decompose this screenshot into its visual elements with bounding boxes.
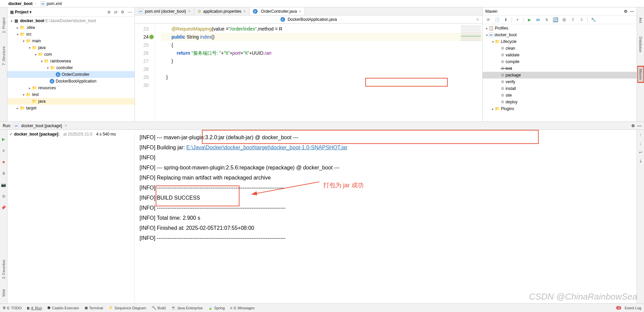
- run-icon[interactable]: ▶: [526, 17, 532, 23]
- status-run[interactable]: ▶ 4: Run: [27, 306, 42, 310]
- maven-toolbar: ⟳ 📄 ⬇ + ▶ m ↯ 🔄 ⊞ ⇧ ⇩ 🔧: [483, 15, 637, 24]
- subtab-dockerbootapp[interactable]: cDockerBootApplication.java: [276, 17, 341, 22]
- run-console[interactable]: [INFO] --- maven-jar-plugin:3.2.0:jar (d…: [135, 130, 637, 303]
- maven-verify[interactable]: ⚙ verify: [483, 79, 637, 85]
- expand-icon[interactable]: ⇄: [114, 10, 117, 14]
- graph-icon[interactable]: ⊞: [561, 17, 567, 23]
- tree-target[interactable]: ▸📁target: [7, 105, 135, 111]
- status-sequence[interactable]: ⚡ Sequence Diagram: [108, 306, 146, 310]
- hide-icon[interactable]: —: [637, 123, 641, 128]
- gear-icon[interactable]: ⚙: [631, 123, 635, 128]
- database-tool-button[interactable]: Database: [639, 37, 643, 52]
- status-todo[interactable]: ≣ 6: TODO: [3, 306, 22, 310]
- status-casbin[interactable]: ⬢ Casbin Executor: [47, 306, 79, 310]
- status-terminal[interactable]: ▣ Terminal: [85, 306, 103, 310]
- locate-icon[interactable]: ⊕: [107, 10, 111, 14]
- maven-clean[interactable]: ⚙ clean: [483, 45, 637, 52]
- web-tool-button[interactable]: Web: [2, 289, 6, 297]
- code-area[interactable]: 23 24🟢 25 26 27 28 29 30 @RequestMapping…: [135, 23, 482, 121]
- maven-lifecycle[interactable]: ▾📁 Lifecycle: [483, 38, 637, 45]
- pause-icon[interactable]: ⏸: [1, 171, 6, 176]
- pin-icon[interactable]: 📌: [1, 205, 6, 210]
- error-badge[interactable]: 3: [616, 306, 622, 310]
- status-messages[interactable]: ≡ 0: Messages: [230, 306, 255, 310]
- run-panel: Run: m docker_boot [package] × ⚙ — ▶ ≡ ■…: [0, 121, 644, 303]
- gear-icon[interactable]: ⚙: [121, 10, 124, 14]
- tab-appprops[interactable]: ⚙application.properties×: [194, 7, 250, 15]
- wrap-icon[interactable]: ↩: [639, 150, 642, 155]
- minimap[interactable]: [461, 25, 481, 72]
- code-content[interactable]: @RequestMapping(value ="/order/index",me…: [155, 23, 482, 121]
- skip-tests-icon[interactable]: ↯: [544, 17, 550, 23]
- run-tree-row[interactable]: ✓ docker_boot [package]: at 2025/2/5 21:…: [9, 131, 133, 137]
- breadcrumb-project[interactable]: docker_boot: [8, 1, 33, 6]
- structure-tool-button[interactable]: 7: Structure: [2, 46, 6, 65]
- status-build[interactable]: 🔨 Build: [152, 306, 166, 310]
- tree-dockerbootapp[interactable]: cDockerBootApplication: [7, 78, 135, 85]
- offline-icon[interactable]: 🔄: [552, 17, 558, 23]
- tree-main[interactable]: ▾📁main: [7, 38, 135, 44]
- favorites-tool-button[interactable]: 2: Favorites: [2, 260, 6, 279]
- camera-icon[interactable]: 📷: [1, 182, 6, 188]
- tree-rainbowsea[interactable]: ▾📁rainbowsea: [7, 58, 135, 64]
- clear-icon[interactable]: ⊘: [1, 194, 6, 199]
- jar-path-link[interactable]: E:\Java\Docker\docker_boot\target\docker…: [186, 145, 347, 150]
- project-tool-button[interactable]: 1: Project: [2, 17, 6, 33]
- gear-icon[interactable]: ⚙: [624, 9, 628, 14]
- tree-resources[interactable]: ▸📁resources: [7, 85, 135, 91]
- maven-profiles[interactable]: ▸📋 Profiles: [483, 25, 637, 32]
- close-icon[interactable]: ×: [244, 9, 246, 14]
- maven-tree[interactable]: ▸📋 Profiles ▾m docker_boot ▾📁 Lifecycle …: [483, 24, 637, 121]
- tree-com[interactable]: ▾📁com: [7, 51, 135, 58]
- close-icon[interactable]: ×: [188, 9, 191, 14]
- maven-site[interactable]: ⚙ site: [483, 92, 637, 99]
- maven-project[interactable]: ▾m docker_boot: [483, 32, 637, 38]
- maven-deploy[interactable]: ⚙ deploy: [483, 99, 637, 105]
- scroll-icon[interactable]: ⤓: [639, 159, 642, 163]
- tree-ordercontroller[interactable]: cOrderController: [7, 71, 135, 78]
- tree-root[interactable]: ▾▦docker_boot E:\Java\Docker\docker_boot: [7, 17, 135, 24]
- tree-test[interactable]: ▾📁test: [7, 91, 135, 98]
- tree-src[interactable]: ▾📁src: [7, 31, 135, 38]
- wrench-icon[interactable]: 🔧: [590, 17, 596, 23]
- run-gutter-icon[interactable]: 🟢: [149, 33, 154, 41]
- close-icon[interactable]: ×: [476, 17, 479, 22]
- hide-icon[interactable]: —: [128, 10, 132, 14]
- maven-icon: m: [14, 123, 18, 128]
- maven-plugins[interactable]: ▸📁 Plugins: [483, 105, 637, 112]
- maven-test[interactable]: ⚙ test: [483, 65, 637, 72]
- status-javaee[interactable]: ☕ Java Enterprise: [171, 306, 203, 310]
- hide-icon[interactable]: —: [630, 9, 634, 14]
- maven-compile[interactable]: ⚙ compile: [483, 58, 637, 65]
- collapse-icon[interactable]: ⇧: [570, 17, 576, 23]
- rerun-icon[interactable]: ▶: [1, 137, 6, 142]
- download-icon[interactable]: ⬇: [503, 17, 509, 23]
- status-eventlog[interactable]: Event Log: [625, 306, 641, 310]
- down-icon[interactable]: ↓: [640, 141, 642, 146]
- close-icon[interactable]: ×: [65, 123, 67, 128]
- up-icon[interactable]: ↑: [640, 133, 642, 137]
- maven-validate[interactable]: ⚙ validate: [483, 52, 637, 58]
- maven-install[interactable]: ⚙ install: [483, 85, 637, 92]
- close-icon[interactable]: ×: [299, 9, 301, 14]
- add-icon[interactable]: +: [515, 17, 521, 23]
- tree-java[interactable]: ▾📁java: [7, 44, 135, 51]
- tree-idea[interactable]: ▸📁.idea: [7, 24, 135, 31]
- project-tree[interactable]: ▾▦docker_boot E:\Java\Docker\docker_boot…: [7, 17, 135, 121]
- m-icon[interactable]: m: [535, 17, 541, 23]
- maven-tool-button[interactable]: Maven: [637, 66, 644, 83]
- tree-test-java[interactable]: 📁java: [7, 98, 135, 105]
- ant-tool-button[interactable]: Ant: [639, 17, 643, 23]
- tree-controller[interactable]: ▾📁controller: [7, 64, 135, 71]
- breadcrumb-file[interactable]: mpom.xml: [41, 1, 62, 6]
- tab-ordercontroller[interactable]: cOrderController.java×: [250, 7, 305, 15]
- status-spring[interactable]: 🍃 Spring: [208, 306, 225, 310]
- tab-pom[interactable]: mpom.xml (docker_boot)×: [135, 7, 194, 15]
- filter-icon[interactable]: ≡: [1, 148, 6, 153]
- maven-package[interactable]: ⚙ package: [483, 72, 637, 79]
- expand-all-icon[interactable]: ⇩: [579, 17, 585, 23]
- sources-icon[interactable]: 📄: [494, 17, 500, 23]
- stop-icon[interactable]: ■: [1, 159, 6, 165]
- run-tree[interactable]: ✓ docker_boot [package]: at 2025/2/5 21:…: [7, 130, 135, 303]
- refresh-icon[interactable]: ⟳: [485, 17, 491, 23]
